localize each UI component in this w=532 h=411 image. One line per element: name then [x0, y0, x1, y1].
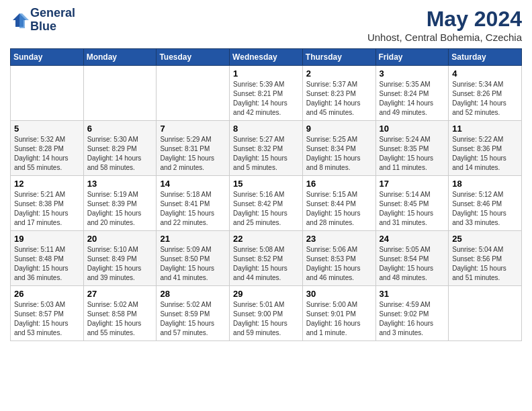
day-info: Sunrise: 5:37 AM Sunset: 8:23 PM Dayligh… [306, 80, 372, 118]
calendar-body: 1Sunrise: 5:39 AM Sunset: 8:21 PM Daylig… [11, 66, 522, 341]
day-number: 28 [160, 289, 226, 299]
day-number: 27 [87, 289, 153, 299]
day-info: Sunrise: 5:22 AM Sunset: 8:36 PM Dayligh… [452, 135, 518, 173]
calendar-cell: 11Sunrise: 5:22 AM Sunset: 8:36 PM Dayli… [449, 121, 522, 176]
logo-line2: Blue [30, 20, 75, 34]
day-number: 13 [87, 179, 153, 189]
calendar-week-row: 12Sunrise: 5:21 AM Sunset: 8:38 PM Dayli… [11, 176, 522, 231]
day-number: 14 [160, 179, 226, 189]
calendar-cell: 24Sunrise: 5:05 AM Sunset: 8:54 PM Dayli… [375, 231, 449, 286]
day-number: 6 [87, 124, 153, 134]
calendar-cell: 16Sunrise: 5:15 AM Sunset: 8:44 PM Dayli… [302, 176, 375, 231]
day-number: 26 [14, 289, 80, 299]
calendar-cell: 12Sunrise: 5:21 AM Sunset: 8:38 PM Dayli… [11, 176, 84, 231]
calendar-cell: 8Sunrise: 5:27 AM Sunset: 8:32 PM Daylig… [230, 121, 303, 176]
day-info: Sunrise: 5:14 AM Sunset: 8:45 PM Dayligh… [380, 190, 445, 228]
day-info: Sunrise: 5:06 AM Sunset: 8:53 PM Dayligh… [306, 245, 372, 283]
day-number: 22 [233, 234, 299, 244]
day-info: Sunrise: 5:11 AM Sunset: 8:48 PM Dayligh… [14, 245, 80, 283]
day-info: Sunrise: 5:12 AM Sunset: 8:46 PM Dayligh… [452, 190, 518, 228]
weekday-header: Wednesday [230, 49, 303, 66]
calendar-header: SundayMondayTuesdayWednesdayThursdayFrid… [11, 49, 522, 66]
calendar-cell [83, 66, 157, 121]
day-info: Sunrise: 5:16 AM Sunset: 8:42 PM Dayligh… [233, 190, 299, 228]
day-info: Sunrise: 5:08 AM Sunset: 8:52 PM Dayligh… [233, 245, 299, 283]
day-info: Sunrise: 5:24 AM Sunset: 8:35 PM Dayligh… [380, 135, 445, 173]
day-info: Sunrise: 5:25 AM Sunset: 8:34 PM Dayligh… [306, 135, 372, 173]
calendar-cell: 23Sunrise: 5:06 AM Sunset: 8:53 PM Dayli… [302, 231, 375, 286]
title-area: May 2024 Unhost, Central Bohemia, Czechi… [367, 7, 522, 43]
calendar-cell: 29Sunrise: 5:01 AM Sunset: 9:00 PM Dayli… [230, 286, 303, 341]
calendar-cell: 2Sunrise: 5:37 AM Sunset: 8:23 PM Daylig… [302, 66, 375, 121]
weekday-header: Thursday [302, 49, 375, 66]
day-info: Sunrise: 5:10 AM Sunset: 8:49 PM Dayligh… [87, 245, 153, 283]
day-number: 3 [380, 68, 445, 79]
calendar-week-row: 26Sunrise: 5:03 AM Sunset: 8:57 PM Dayli… [11, 286, 522, 341]
calendar-cell: 15Sunrise: 5:16 AM Sunset: 8:42 PM Dayli… [230, 176, 303, 231]
day-number: 21 [160, 234, 226, 244]
day-number: 15 [233, 179, 299, 189]
calendar-cell [157, 66, 230, 121]
day-info: Sunrise: 5:34 AM Sunset: 8:26 PM Dayligh… [452, 80, 518, 118]
day-info: Sunrise: 5:32 AM Sunset: 8:28 PM Dayligh… [14, 135, 80, 173]
day-info: Sunrise: 5:35 AM Sunset: 8:24 PM Dayligh… [380, 80, 445, 118]
day-number: 30 [306, 289, 372, 299]
day-number: 17 [380, 179, 445, 189]
day-info: Sunrise: 5:05 AM Sunset: 8:54 PM Dayligh… [380, 245, 445, 283]
day-info: Sunrise: 5:30 AM Sunset: 8:29 PM Dayligh… [87, 135, 153, 173]
calendar-cell: 6Sunrise: 5:30 AM Sunset: 8:29 PM Daylig… [83, 121, 157, 176]
day-number: 25 [452, 234, 518, 244]
calendar-week-row: 1Sunrise: 5:39 AM Sunset: 8:21 PM Daylig… [11, 66, 522, 121]
calendar-cell [449, 286, 522, 341]
day-info: Sunrise: 4:59 AM Sunset: 9:02 PM Dayligh… [380, 300, 445, 338]
day-info: Sunrise: 5:00 AM Sunset: 9:01 PM Dayligh… [306, 300, 372, 338]
day-info: Sunrise: 5:21 AM Sunset: 8:38 PM Dayligh… [14, 190, 80, 228]
day-number: 2 [306, 68, 372, 79]
day-number: 8 [233, 124, 299, 134]
day-number: 23 [306, 234, 372, 244]
calendar-cell: 7Sunrise: 5:29 AM Sunset: 8:31 PM Daylig… [157, 121, 230, 176]
calendar-cell: 18Sunrise: 5:12 AM Sunset: 8:46 PM Dayli… [449, 176, 522, 231]
calendar-cell: 28Sunrise: 5:02 AM Sunset: 8:59 PM Dayli… [157, 286, 230, 341]
header: General Blue May 2024 Unhost, Central Bo… [10, 7, 522, 43]
day-number: 31 [380, 289, 445, 299]
day-number: 7 [160, 124, 226, 134]
logo-icon [10, 11, 29, 30]
day-info: Sunrise: 5:18 AM Sunset: 8:41 PM Dayligh… [160, 190, 226, 228]
calendar-cell: 10Sunrise: 5:24 AM Sunset: 8:35 PM Dayli… [375, 121, 449, 176]
calendar-cell: 1Sunrise: 5:39 AM Sunset: 8:21 PM Daylig… [230, 66, 303, 121]
calendar-cell: 13Sunrise: 5:19 AM Sunset: 8:39 PM Dayli… [83, 176, 157, 231]
day-info: Sunrise: 5:09 AM Sunset: 8:50 PM Dayligh… [160, 245, 226, 283]
day-number: 12 [14, 179, 80, 189]
day-number: 29 [233, 289, 299, 299]
calendar-cell: 14Sunrise: 5:18 AM Sunset: 8:41 PM Dayli… [157, 176, 230, 231]
calendar-cell: 20Sunrise: 5:10 AM Sunset: 8:49 PM Dayli… [83, 231, 157, 286]
calendar-cell: 25Sunrise: 5:04 AM Sunset: 8:56 PM Dayli… [449, 231, 522, 286]
weekday-header: Monday [83, 49, 157, 66]
calendar-cell: 4Sunrise: 5:34 AM Sunset: 8:26 PM Daylig… [449, 66, 522, 121]
day-info: Sunrise: 5:02 AM Sunset: 8:59 PM Dayligh… [160, 300, 226, 338]
day-info: Sunrise: 5:01 AM Sunset: 9:00 PM Dayligh… [233, 300, 299, 338]
day-number: 19 [14, 234, 80, 244]
day-info: Sunrise: 5:29 AM Sunset: 8:31 PM Dayligh… [160, 135, 226, 173]
day-number: 11 [452, 124, 518, 134]
day-number: 16 [306, 179, 372, 189]
month-title: May 2024 [367, 7, 522, 32]
calendar-cell: 22Sunrise: 5:08 AM Sunset: 8:52 PM Dayli… [230, 231, 303, 286]
calendar-cell: 9Sunrise: 5:25 AM Sunset: 8:34 PM Daylig… [302, 121, 375, 176]
day-number: 24 [380, 234, 445, 244]
day-info: Sunrise: 5:15 AM Sunset: 8:44 PM Dayligh… [306, 190, 372, 228]
calendar-cell: 17Sunrise: 5:14 AM Sunset: 8:45 PM Dayli… [375, 176, 449, 231]
day-info: Sunrise: 5:27 AM Sunset: 8:32 PM Dayligh… [233, 135, 299, 173]
day-number: 1 [233, 68, 299, 79]
location: Unhost, Central Bohemia, Czechia [367, 32, 522, 43]
logo-line1: General [30, 7, 75, 20]
day-number: 4 [452, 68, 518, 79]
day-number: 20 [87, 234, 153, 244]
day-info: Sunrise: 5:19 AM Sunset: 8:39 PM Dayligh… [87, 190, 153, 228]
logo-text: General Blue [30, 7, 75, 34]
calendar-cell [11, 66, 84, 121]
logo: General Blue [10, 7, 75, 34]
day-info: Sunrise: 5:02 AM Sunset: 8:58 PM Dayligh… [87, 300, 153, 338]
calendar-cell: 3Sunrise: 5:35 AM Sunset: 8:24 PM Daylig… [375, 66, 449, 121]
